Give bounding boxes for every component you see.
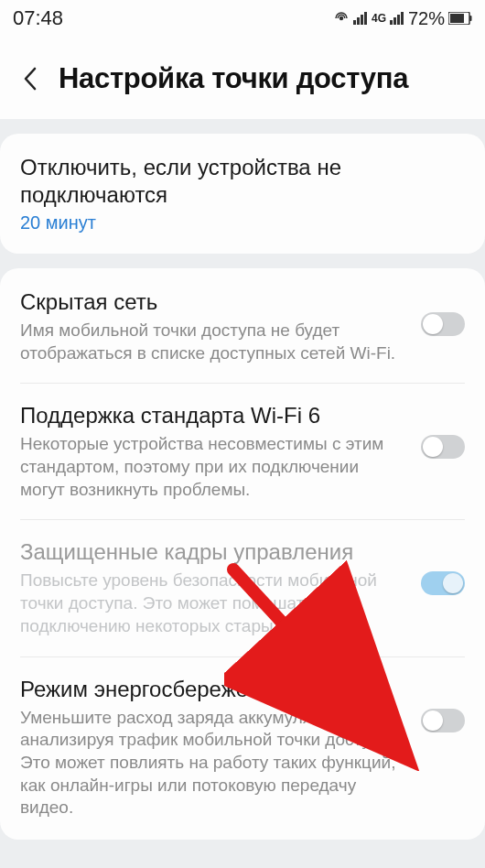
page-title: Настройка точки доступа (59, 62, 408, 95)
wifi6-toggle[interactable] (421, 435, 465, 459)
signal-4g-label: 4G (372, 12, 386, 25)
hidden-network-desc: Имя мобильной точки доступа не будет ото… (20, 320, 408, 364)
wifi6-desc: Некоторые устройства несовместимы с этим… (20, 433, 408, 501)
hotspot-timeout-setting[interactable]: Отключить, если устройства не подключают… (0, 134, 485, 254)
pmf-row: Защищенные кадры управления Повысьте уро… (20, 519, 465, 656)
power-saving-toggle[interactable] (421, 709, 465, 732)
wifi6-row[interactable]: Поддержка стандарта Wi-Fi 6 Некоторые ус… (20, 383, 465, 519)
hotspot-timeout-title: Отключить, если устройства не подключают… (20, 154, 465, 209)
power-saving-desc: Уменьшите расход заряда аккумулятора, ан… (20, 707, 408, 819)
status-indicators: 4G 72% (333, 8, 472, 29)
hidden-network-toggle[interactable] (421, 312, 465, 336)
hotspot-timeout-value: 20 минут (20, 212, 465, 233)
pmf-title: Защищенные кадры управления (20, 538, 408, 566)
power-saving-title: Режим энергосбережения (20, 676, 408, 703)
signal-icon-2 (390, 12, 404, 25)
pmf-desc: Повысьте уровень безопасности мобильной … (20, 570, 408, 637)
svg-point-0 (340, 17, 342, 20)
status-time: 07:48 (13, 6, 63, 30)
hotspot-icon (333, 10, 350, 27)
back-button[interactable] (18, 66, 44, 92)
hidden-network-row[interactable]: Скрытая сеть Имя мобильной точки доступа… (20, 288, 465, 383)
page-header: Настройка точки доступа (0, 37, 485, 119)
chevron-left-icon (21, 66, 41, 92)
battery-percent: 72% (408, 8, 445, 29)
battery-icon (448, 12, 472, 25)
status-bar: 07:48 4G 72% (0, 0, 485, 37)
pmf-toggle (421, 571, 465, 595)
wifi6-title: Поддержка стандарта Wi-Fi 6 (20, 402, 408, 429)
svg-rect-2 (469, 16, 472, 21)
signal-icon (353, 12, 368, 25)
power-saving-row[interactable]: Режим энергосбережения Уменьшите расход … (20, 656, 465, 819)
hotspot-advanced-card: Скрытая сеть Имя мобильной точки доступа… (0, 268, 485, 840)
svg-rect-3 (450, 14, 464, 23)
hidden-network-title: Скрытая сеть (20, 288, 408, 316)
